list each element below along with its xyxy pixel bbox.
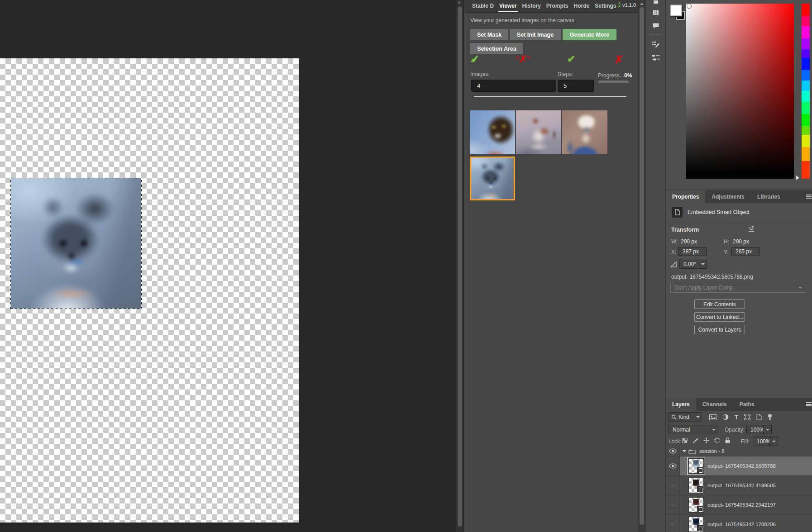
x-label: X: — [671, 249, 676, 255]
progress-label: Progress...0% — [598, 72, 632, 79]
generated-thumbnail-3[interactable] — [562, 110, 607, 154]
images-count-input[interactable]: 4 — [471, 80, 556, 92]
visibility-eye-icon[interactable] — [669, 463, 677, 469]
lock-position-move-icon[interactable] — [703, 437, 709, 443]
blend-mode-value: Normal — [673, 427, 690, 433]
layer-row[interactable]: output- 1675495342.2942197 — [666, 495, 812, 515]
tab-viewer[interactable]: Viewer — [497, 0, 519, 13]
generate-more-button[interactable]: Generate More — [563, 29, 616, 40]
tab-channels[interactable]: Channels — [696, 398, 733, 411]
scrollbar-thumb[interactable] — [640, 7, 644, 525]
lock-transparency-icon[interactable] — [682, 438, 688, 443]
opacity-dropdown-button[interactable] — [764, 425, 772, 434]
right-panel-column: Properties Adjustments Libraries Embedde… — [665, 0, 812, 532]
edit-contents-button[interactable]: Edit Contents — [694, 299, 745, 309]
smart-object-badge-icon — [697, 467, 703, 473]
saturation-brightness-field[interactable] — [686, 4, 794, 179]
layer-thumbnail[interactable] — [688, 517, 704, 532]
set-mask-button[interactable]: Set Mask — [470, 29, 508, 40]
height-value: 290 px — [733, 238, 749, 245]
filter-kind-value: Kind — [678, 414, 689, 420]
filter-type-layers-icon[interactable]: T — [735, 414, 738, 420]
filter-pixel-layers-icon[interactable] — [709, 414, 716, 420]
filter-toggle-icon[interactable] — [768, 414, 772, 420]
layer-comp-select[interactable]: Don't Apply Layer Comp — [670, 283, 806, 293]
rotation-angle-input[interactable]: 0.00° — [679, 260, 698, 269]
plugin-tab-bar: Stable D Viewer History Prompts Horde Se… — [464, 0, 639, 13]
fill-input[interactable]: 100% — [753, 437, 770, 446]
comments-panel-icon[interactable] — [646, 19, 666, 33]
generated-cat-image — [10, 178, 142, 309]
layer-thumbnail[interactable] — [688, 458, 704, 474]
tab-horde[interactable]: Horde — [571, 0, 592, 13]
layer-row[interactable]: output- 1675495342.1708286 — [666, 515, 812, 532]
hue-slider[interactable] — [802, 4, 810, 179]
layer-row-selected[interactable]: output- 1675495342.5605788 — [666, 456, 812, 476]
hue-slider-pointer-icon[interactable] — [796, 176, 799, 180]
tab-adjustments[interactable]: Adjustments — [705, 190, 751, 203]
visibility-toggle-empty[interactable] — [670, 502, 675, 508]
tab-properties[interactable]: Properties — [666, 190, 705, 203]
photoshop-window: ✕ Stable D Viewer History Prompts Horde … — [0, 0, 812, 532]
generated-thumbnail-4-selected[interactable] — [470, 157, 515, 200]
lock-all-icon[interactable] — [725, 437, 730, 443]
layer-thumbnail[interactable] — [688, 478, 704, 493]
steps-input[interactable]: 5 — [558, 80, 594, 92]
approve-check-icon[interactable]: ✔ — [567, 53, 575, 65]
layer-name: output- 1675495342.4199505 — [707, 483, 776, 488]
filter-adjustment-layers-icon[interactable] — [722, 414, 729, 420]
blend-mode-select[interactable]: Normal — [669, 425, 718, 434]
layer-row[interactable]: output- 1675495342.4199505 — [666, 476, 812, 495]
scroll-up-arrow-icon[interactable] — [640, 3, 644, 5]
plugin-right-scrollbar[interactable] — [638, 0, 645, 532]
reject-all-crosses-icon[interactable]: x✗x — [516, 53, 530, 65]
reset-transform-icon[interactable]: ↺ — [749, 225, 754, 232]
libraries-panel-icon[interactable] — [646, 5, 666, 19]
y-position-input[interactable]: 265 px — [731, 247, 759, 256]
document-canvas[interactable] — [0, 58, 299, 522]
generated-thumbnail-1[interactable] — [470, 110, 515, 154]
panel-menu-icon[interactable] — [806, 195, 812, 199]
smart-object-filename: output- 1675495342.5605788.png — [671, 274, 753, 280]
generated-thumbnail-2[interactable] — [516, 110, 561, 154]
visibility-toggle-empty[interactable] — [670, 483, 675, 488]
fill-dropdown-button[interactable] — [770, 437, 778, 446]
tab-layers[interactable]: Layers — [666, 398, 696, 411]
convert-to-linked-button[interactable]: Convert to Linked... — [694, 312, 745, 322]
opacity-input[interactable]: 100% — [746, 425, 764, 434]
convert-to-layers-button[interactable]: Convert to Layers — [694, 325, 745, 334]
reject-cross-icon[interactable]: ✗ — [614, 53, 623, 66]
panel-menu-icon[interactable] — [806, 402, 812, 406]
filter-shape-layers-icon[interactable] — [744, 414, 750, 420]
visibility-eye-icon[interactable] — [669, 448, 677, 454]
brushes-panel-icon[interactable] — [646, 51, 666, 64]
tab-libraries[interactable]: Libraries — [751, 190, 787, 203]
scrollbar-thumb[interactable] — [458, 6, 462, 527]
canvas-area[interactable] — [0, 0, 456, 532]
filter-smart-objects-icon[interactable] — [756, 414, 762, 420]
foreground-color-swatch[interactable] — [670, 5, 682, 16]
selected-smart-object-image[interactable] — [10, 178, 142, 309]
layer-group-row[interactable]: session - 8 — [666, 446, 812, 456]
plugin-left-scrollbar[interactable]: ✕ — [456, 0, 463, 532]
tab-paths[interactable]: Paths — [733, 398, 761, 411]
filter-kind-select[interactable]: Kind — [669, 412, 702, 422]
group-expand-icon[interactable] — [683, 450, 686, 452]
x-position-input[interactable]: 387 px — [678, 247, 707, 256]
tab-stable-d[interactable]: Stable D — [469, 0, 497, 13]
color-field-cursor[interactable] — [687, 4, 691, 8]
tab-prompts[interactable]: Prompts — [544, 0, 571, 13]
tab-settings[interactable]: Settings — [592, 0, 619, 13]
brush-settings-panel-icon[interactable] — [646, 37, 666, 51]
close-icon[interactable]: ✕ — [458, 0, 461, 5]
layer-thumbnail[interactable] — [688, 497, 704, 513]
lock-label: Lock: — [669, 438, 682, 445]
approve-all-checks-icon[interactable]: ✔✔ — [469, 53, 480, 66]
set-init-image-button[interactable]: Set Init Image — [510, 29, 561, 40]
visibility-toggle-empty[interactable] — [670, 522, 675, 527]
lock-pixels-brush-icon[interactable] — [693, 437, 698, 443]
lock-artboard-icon[interactable] — [714, 437, 720, 443]
tab-history[interactable]: History — [520, 0, 544, 13]
rotation-dropdown-button[interactable] — [699, 260, 707, 269]
clipped-panel-icon[interactable] — [646, 0, 666, 5]
